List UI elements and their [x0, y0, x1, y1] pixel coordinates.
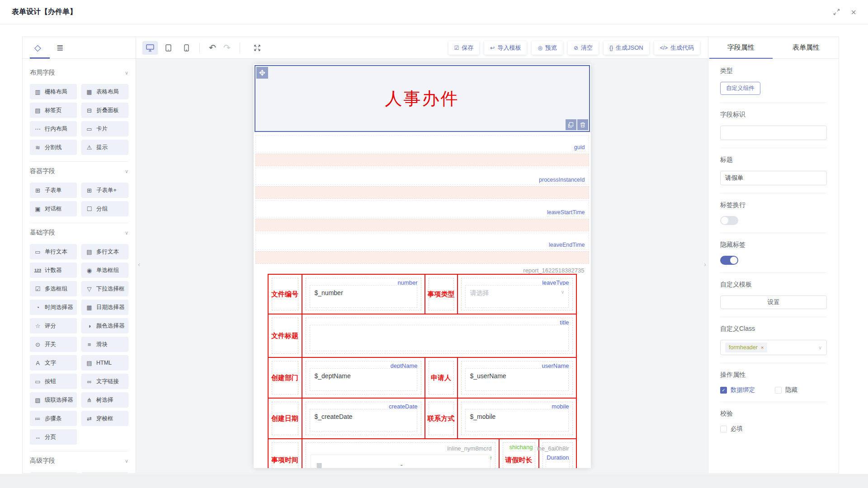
mobile-view-icon[interactable]	[179, 41, 194, 55]
custom-class-select[interactable]: formheader × ∨	[720, 340, 827, 355]
palette-item-single-line-text[interactable]: ▭单行文本	[30, 244, 77, 259]
leave-type-select[interactable]: 请选择 ∨	[465, 285, 569, 308]
daterange-cell-leavedate[interactable]: inline_nym8mcrd leavedate ▦ -	[302, 439, 500, 468]
palette-item-table-layout[interactable]: ▦表格布局	[81, 84, 128, 99]
palette-item-button[interactable]: ▭按钮	[30, 374, 77, 389]
palette-item-subform[interactable]: ⊞子表单	[30, 183, 77, 198]
remove-class-icon[interactable]: ×	[761, 345, 764, 350]
palette-item-card[interactable]: ▭卡片	[81, 121, 128, 136]
collapse-left-panel-icon[interactable]: ‹	[136, 256, 142, 272]
table-layout-component[interactable]: report_1622518382735 文件编号 number $_numbe…	[255, 265, 589, 468]
window-expand-icon[interactable]	[833, 9, 840, 15]
generate-code-button[interactable]: </> 生成代码	[654, 41, 700, 55]
delete-component-icon[interactable]	[577, 119, 588, 130]
palette-item-alert[interactable]: ⚠提示	[81, 140, 128, 155]
hidden-field-guid[interactable]: guid	[255, 135, 589, 152]
palette-item-transfer[interactable]: ⇄穿梭框	[81, 411, 128, 426]
label-cell-file-number[interactable]: 文件编号	[269, 275, 302, 314]
palette-item-select[interactable]: ▽下拉选择框	[81, 281, 128, 296]
label-cell-file-title[interactable]: 文件标题	[269, 314, 302, 357]
palette-item-tree-select[interactable]: ⋔树选择	[81, 392, 128, 408]
drop-placeholder-row[interactable]	[255, 251, 589, 264]
required-checkbox[interactable]: 必填	[720, 425, 827, 433]
palette-item-grid-layout[interactable]: ▥栅格布局	[30, 84, 77, 99]
label-wrap-toggle[interactable]	[720, 216, 738, 225]
palette-item-group[interactable]: ☐分组	[81, 201, 128, 216]
palette-item-tab-page[interactable]: ▤标签页	[30, 103, 77, 118]
palette-item-pagination[interactable]: ↔分页	[30, 429, 77, 445]
palette-item-subform-plus[interactable]: ⊞子表单+	[81, 183, 128, 198]
template-settings-button[interactable]: 设置	[720, 296, 827, 309]
section-header-container[interactable]: 容器字段 ∨	[30, 167, 128, 175]
dept-name-input[interactable]: $_deptName	[310, 368, 417, 391]
input-cell-number[interactable]: number $_number	[302, 275, 425, 314]
palette-item-divider[interactable]: ≋分割线	[30, 140, 77, 155]
drop-placeholder-row[interactable]	[255, 219, 589, 231]
desktop-view-icon[interactable]	[142, 41, 158, 55]
section-header-basic[interactable]: 基础字段 ∨	[30, 229, 128, 237]
label-cell-create-date[interactable]: 创建日期	[269, 399, 302, 438]
leave-date-range-picker[interactable]: ▦ -	[311, 455, 491, 468]
create-date-input[interactable]: $_createDate	[310, 409, 417, 432]
number-input[interactable]: $_number	[310, 285, 417, 308]
save-button[interactable]: ☑ 保存	[448, 41, 480, 55]
clear-button[interactable]: ⊘ 清空	[568, 41, 599, 55]
data-binding-checkbox[interactable]: ✓ 数据绑定	[720, 386, 755, 394]
input-cell-createDate[interactable]: createDate $_createDate	[302, 399, 425, 438]
label-cell-leave-duration[interactable]: shichang 请假时长	[500, 439, 539, 468]
user-name-input[interactable]: $_userName	[465, 368, 569, 391]
type-tag[interactable]: 自定义组件	[720, 82, 760, 95]
palette-item-color-picker[interactable]: ◑颜色选择器	[81, 318, 128, 333]
outline-tab-icon[interactable]: ≣	[57, 42, 64, 53]
label-cell-create-dept[interactable]: 创建部门	[269, 358, 302, 398]
palette-item-slider[interactable]: ≡滑块	[81, 337, 128, 352]
palette-item-custom-component[interactable]: ◆自定义组件	[81, 472, 128, 473]
palette-item-date-picker[interactable]: ▦日期选择器	[81, 300, 128, 315]
preview-button[interactable]: ◎ 预览	[532, 41, 562, 55]
palette-item-radio-group[interactable]: ◉单选框组	[81, 263, 128, 278]
section-header-advanced[interactable]: 高级字段 ∨	[30, 457, 128, 465]
palette-item-collapse-panel[interactable]: ⊟折叠面板	[81, 103, 128, 118]
hide-label-toggle[interactable]	[720, 256, 738, 265]
undo-icon[interactable]: ↶	[205, 42, 220, 53]
palette-item-multi-line-text[interactable]: ▤多行文本	[81, 244, 128, 259]
tab-field-props[interactable]: 字段属性	[708, 37, 774, 58]
palette-item-html[interactable]: ▤HTML	[81, 355, 128, 371]
palette-item-custom-area[interactable]: ◇自定义区域	[30, 472, 77, 473]
copy-component-icon[interactable]	[566, 119, 576, 130]
label-cell-matter-type[interactable]: 事项类型	[425, 275, 458, 314]
hidden-field-leaveStartTime[interactable]: leaveStartTime	[255, 200, 589, 217]
palette-item-cascader[interactable]: ▧级联选择器	[30, 392, 77, 408]
duration-cell[interactable]: ine_6ai0h8lr Duration	[539, 439, 576, 468]
hidden-checkbox[interactable]: 隐藏	[775, 386, 797, 394]
input-cell-mobile[interactable]: mobile $_mobile	[458, 399, 576, 438]
move-handle-icon[interactable]	[256, 67, 268, 79]
palette-item-counter[interactable]: 123计数器	[30, 263, 77, 278]
label-cell-matter-time[interactable]: 事项时间	[269, 439, 302, 468]
palette-item-text[interactable]: A文字	[30, 355, 77, 371]
generate-json-button[interactable]: {} 生成JSON	[604, 41, 649, 55]
close-icon[interactable]: ×	[851, 8, 856, 17]
drop-placeholder-row[interactable]	[255, 186, 589, 199]
tab-form-props[interactable]: 表单属性	[774, 37, 839, 58]
title-input[interactable]	[310, 325, 569, 351]
import-template-button[interactable]: ↩ 导入模板	[484, 41, 527, 55]
input-cell-userName[interactable]: userName $_userName	[458, 358, 576, 398]
collapse-right-panel-icon[interactable]: ›	[702, 256, 708, 272]
palette-item-steps[interactable]: ≔步骤条	[30, 411, 77, 426]
drop-placeholder-row[interactable]	[255, 154, 589, 166]
mobile-input[interactable]: $_mobile	[465, 409, 569, 432]
palette-item-switch[interactable]: ⊙开关	[30, 337, 77, 352]
fullscreen-icon[interactable]	[254, 44, 261, 52]
components-tab-icon[interactable]: ◇	[34, 42, 41, 53]
hidden-field-leaveEndTime[interactable]: leaveEndTime	[255, 233, 589, 250]
palette-item-checkbox-group[interactable]: ☑多选框组	[30, 281, 77, 296]
palette-item-dialog[interactable]: ▣对话框	[30, 201, 77, 216]
palette-item-time-picker[interactable]: ◔时间选择器	[30, 300, 77, 315]
select-cell-leaveType[interactable]: leaveType 请选择 ∨	[458, 275, 576, 314]
form-header-component[interactable]: 人事办件	[255, 65, 590, 132]
field-id-input[interactable]	[720, 126, 827, 140]
tablet-view-icon[interactable]	[160, 41, 176, 55]
label-cell-applicant[interactable]: 申请人	[425, 358, 458, 398]
label-cell-contact[interactable]: 联系方式	[425, 399, 458, 438]
